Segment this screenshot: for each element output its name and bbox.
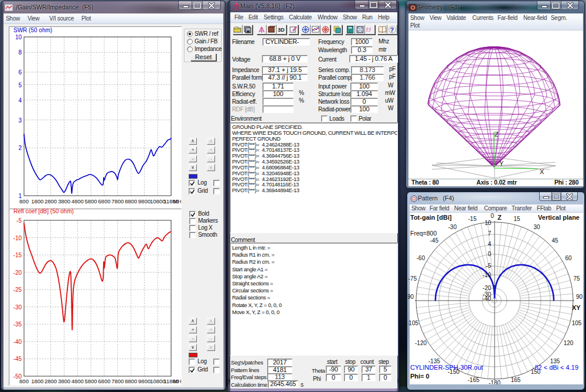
svg-text:4: 4: [488, 241, 491, 247]
svg-text:10: 10: [15, 34, 22, 40]
svg-text:7800: 7800: [111, 198, 124, 204]
svg-text:-120: -120: [415, 340, 427, 346]
svg-text:SWR (50 ohm): SWR (50 ohm): [13, 27, 52, 33]
svg-text:9800: 9800: [138, 378, 151, 384]
svg-text:-30: -30: [448, 224, 457, 230]
svg-text:-45: -45: [430, 237, 439, 244]
svg-text:MHz: MHz: [173, 198, 181, 204]
svg-text:-180: -180: [489, 380, 500, 384]
svg-text:5: 5: [18, 82, 22, 88]
svg-text:4800: 4800: [71, 378, 84, 384]
svg-text:10: 10: [485, 220, 492, 226]
svg-text:120: 120: [564, 340, 574, 346]
svg-text:8800: 8800: [125, 198, 137, 204]
svg-text:6800: 6800: [98, 378, 110, 384]
svg-text:3D: 3D: [278, 27, 285, 33]
svg-text:-20: -20: [483, 285, 492, 291]
svg-text:5800: 5800: [85, 378, 97, 384]
svg-text:90: 90: [576, 294, 583, 300]
svg-text:Z: Z: [498, 214, 502, 221]
svg-text:45: 45: [551, 237, 558, 244]
svg-text:0: 0: [488, 251, 491, 257]
svg-text:-40: -40: [13, 339, 22, 345]
svg-text:-15: -15: [13, 252, 22, 258]
svg-text:30: 30: [533, 224, 540, 230]
svg-text:-20: -20: [13, 270, 22, 276]
svg-text:5800: 5800: [85, 198, 97, 204]
svg-text:800: 800: [19, 198, 29, 204]
svg-text:-10: -10: [13, 235, 22, 241]
svg-text:105: 105: [572, 320, 582, 326]
svg-text:2800: 2800: [45, 198, 57, 204]
svg-text:1800: 1800: [31, 198, 43, 204]
svg-text:-75: -75: [408, 275, 417, 282]
svg-text:6: 6: [18, 69, 22, 76]
svg-text:-15: -15: [468, 216, 477, 222]
svg-text:2: 2: [18, 145, 22, 151]
svg-text:4800: 4800: [71, 198, 84, 204]
svg-text:-5: -5: [16, 217, 22, 224]
svg-text:800: 800: [19, 378, 29, 384]
svg-text:9800: 9800: [138, 198, 151, 204]
svg-text:-5: -5: [486, 263, 491, 269]
svg-text:-30: -30: [13, 304, 22, 311]
svg-text:-10: -10: [483, 272, 492, 278]
svg-text:-25: -25: [13, 287, 22, 293]
svg-text:Refl coef [dB] (50 ohm): Refl coef [dB] (50 ohm): [13, 209, 74, 214]
svg-text:15: 15: [513, 216, 520, 222]
svg-text:XY: XY: [572, 304, 581, 311]
svg-text:Y: Y: [499, 160, 504, 167]
svg-text:-90: -90: [408, 294, 414, 300]
svg-text:8800: 8800: [125, 378, 137, 384]
svg-text:4: 4: [18, 97, 22, 104]
svg-text:-165: -165: [468, 377, 479, 383]
svg-text:X: X: [540, 168, 544, 175]
svg-text:8: 8: [18, 49, 22, 56]
svg-text:-35: -35: [13, 321, 22, 328]
svg-text:Z: Z: [495, 131, 499, 138]
svg-text:165: 165: [511, 377, 521, 383]
svg-text:0: 0: [490, 213, 494, 219]
svg-text:3: 3: [18, 117, 22, 124]
svg-text:-40: -40: [483, 295, 492, 302]
svg-text:75: 75: [573, 275, 580, 282]
svg-text:f:f: f:f: [366, 27, 372, 33]
svg-text:2800: 2800: [45, 378, 57, 384]
svg-text:60: 60: [565, 255, 572, 261]
svg-text:6800: 6800: [98, 198, 110, 204]
svg-text:?: ?: [390, 26, 394, 33]
svg-text:-105: -105: [408, 320, 418, 326]
svg-text:MHz: MHz: [173, 378, 181, 384]
svg-text:7800: 7800: [111, 378, 124, 384]
svg-text:-60: -60: [417, 255, 425, 261]
svg-text:1800: 1800: [31, 378, 43, 384]
svg-text:7: 7: [488, 230, 491, 237]
svg-text:3800: 3800: [58, 378, 70, 384]
svg-text:-45: -45: [13, 356, 22, 362]
svg-text:3800: 3800: [58, 198, 70, 204]
